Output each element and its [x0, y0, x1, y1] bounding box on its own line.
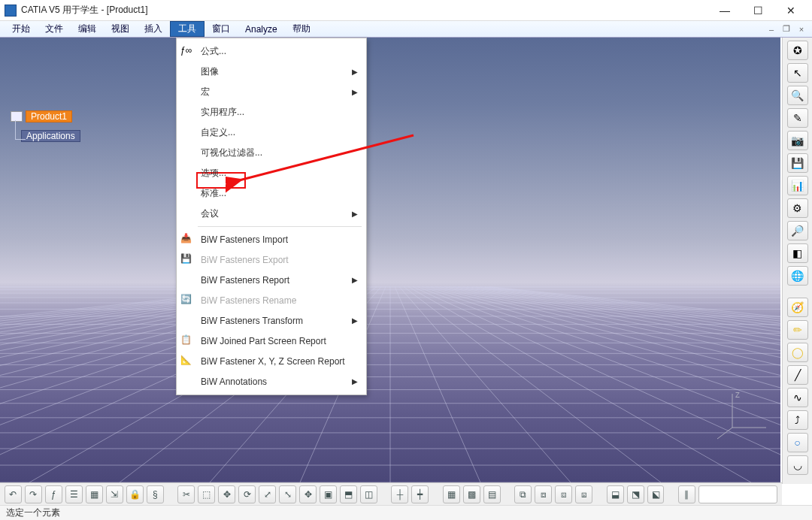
viewport-3d[interactable]: Product1 Applications z	[0, 38, 780, 482]
grid3-button[interactable]: ▤	[483, 485, 501, 503]
grid1-button[interactable]: ▦	[443, 485, 460, 503]
brush-button[interactable]: ✎	[787, 108, 808, 128]
menu-item-biw-fastener-x-y-z-screen-report[interactable]: 📐BiW Fastener X, Y, Z Screen Report	[177, 351, 366, 371]
script-button[interactable]: §	[147, 485, 164, 503]
m2-button[interactable]: ⬔	[627, 485, 644, 503]
menu-item-biw-fasteners-transform[interactable]: BiW Fasteners Transform▶	[177, 310, 366, 331]
curve-button[interactable]: ⤴	[787, 410, 808, 430]
tree-connector	[15, 120, 26, 140]
save-button[interactable]: 💾	[787, 153, 808, 173]
cube-button[interactable]: ◧	[787, 243, 808, 263]
sym3-button[interactable]: ⧇	[555, 485, 572, 503]
compass-button[interactable]: 🧭	[787, 298, 808, 317]
menu-item--[interactable]: 可视化过滤器...	[177, 143, 366, 163]
menu-帮助[interactable]: 帮助	[285, 21, 318, 37]
jsr-icon: 📋	[180, 334, 194, 348]
menu-视图[interactable]: 视图	[104, 21, 137, 37]
menu-item-label: BiW Fasteners Export	[198, 255, 360, 265]
normal-button[interactable]: ⬒	[340, 485, 357, 503]
tree-child-row[interactable]: Applications	[21, 129, 80, 143]
toolbar-field[interactable]	[698, 485, 777, 503]
undo-button[interactable]: ↶	[5, 485, 22, 503]
mdi-controls: – ❐ ×	[765, 21, 807, 37]
menu-item-label: 实用程序...	[198, 106, 360, 119]
menu-item-label: 会议	[198, 207, 350, 220]
chart-button[interactable]: 📊	[787, 176, 808, 195]
pan-button[interactable]: ✥	[299, 485, 317, 503]
maximize-button[interactable]: ☐	[741, 2, 774, 20]
m1-button[interactable]: ⬓	[607, 485, 624, 503]
layers-button[interactable]: ☰	[65, 485, 83, 503]
close-button[interactable]: ✕	[774, 2, 807, 20]
menu-item-biw-fasteners-import[interactable]: 📥BiW Fasteners Import	[177, 229, 366, 249]
sym1-button[interactable]: ⧉	[514, 485, 532, 503]
window-title: CATIA V5 用于学生 - [Product1]	[21, 4, 708, 17]
fit-button[interactable]: ▣	[320, 485, 337, 503]
cursor-button[interactable]: ↖	[787, 63, 808, 83]
spline-button[interactable]: ∿	[787, 388, 808, 407]
menu-item--[interactable]: 选项...	[177, 163, 366, 183]
view-button[interactable]: 🔍	[787, 86, 808, 105]
menu-item--[interactable]: 实用程序...	[177, 102, 366, 122]
menu-item--[interactable]: ƒ∞公式...	[177, 41, 366, 62]
menu-开始[interactable]: 开始	[5, 21, 38, 37]
menu-文件[interactable]: 文件	[38, 21, 71, 37]
minimize-button[interactable]: —	[708, 2, 741, 20]
select-button[interactable]: ⬚	[198, 485, 215, 503]
move-button[interactable]: ✥	[218, 485, 235, 503]
menu-item--[interactable]: 宏▶	[177, 82, 366, 102]
fx-button[interactable]: ƒ	[45, 485, 62, 503]
arc-button[interactable]: ◡	[787, 455, 808, 475]
menu-编辑[interactable]: 编辑	[71, 21, 104, 37]
link-button[interactable]: ⇲	[106, 485, 123, 503]
zoom-button[interactable]: ⤢	[259, 485, 276, 503]
right-toolbar: ✪↖🔍✎📷💾📊⚙🔎◧🌐🧭✏◯╱∿⤴○◡	[782, 38, 812, 484]
catia-button[interactable]: ✪	[787, 41, 808, 60]
mdi-minimize[interactable]: –	[765, 25, 777, 34]
end-button[interactable]: ∥	[678, 485, 695, 503]
submenu-arrow-icon: ▶	[350, 68, 360, 76]
lock-button[interactable]: 🔒	[126, 485, 144, 503]
zoom2-button[interactable]: ⤡	[279, 485, 296, 503]
circle-o-button[interactable]: ○	[787, 433, 808, 452]
axis-button[interactable]: ┼	[391, 485, 408, 503]
toolbar-spacer	[432, 485, 439, 503]
menu-item-biw-annotations[interactable]: BiW Annotations▶	[177, 371, 366, 392]
circle-y-button[interactable]: ◯	[787, 343, 808, 362]
menu-item-biw-fasteners-report[interactable]: BiW Fasteners Report▶	[177, 270, 366, 290]
search-button[interactable]: 🔎	[787, 221, 808, 240]
menu-item-label: BiW Fasteners Transform	[198, 316, 350, 326]
sheet-button[interactable]: ▦	[86, 485, 103, 503]
menu-item--[interactable]: 自定义...	[177, 122, 366, 143]
menu-item--[interactable]: 图像▶	[177, 62, 366, 82]
menu-item--[interactable]: 会议▶	[177, 204, 366, 224]
menu-窗口[interactable]: 窗口	[205, 21, 238, 37]
menu-插入[interactable]: 插入	[137, 21, 170, 37]
tree-child-label: Applications	[21, 130, 80, 142]
highlighter-button[interactable]: ✏	[787, 320, 808, 340]
globe-button[interactable]: 🌐	[787, 266, 808, 286]
cut-button[interactable]: ✂	[177, 485, 195, 503]
grid2-button[interactable]: ▩	[463, 485, 480, 503]
viewport-frame: Product1 Applications z	[0, 38, 782, 482]
rotate-button[interactable]: ⟳	[238, 485, 256, 503]
camera-button[interactable]: 📷	[787, 131, 808, 150]
menu-工具[interactable]: 工具	[170, 21, 205, 37]
m3-button[interactable]: ⬕	[647, 485, 665, 503]
redo-button[interactable]: ↷	[25, 485, 42, 503]
mdi-restore[interactable]: ❐	[780, 24, 792, 34]
title-bar: CATIA V5 用于学生 - [Product1] — ☐ ✕	[0, 0, 812, 21]
menu-analyze[interactable]: Analyze	[238, 21, 285, 37]
gear-button[interactable]: ⚙	[787, 198, 808, 218]
ref-button[interactable]: ┿	[411, 485, 429, 503]
box-button[interactable]: ◫	[360, 485, 377, 503]
menu-item-biw-joined-part-screen-report[interactable]: 📋BiW Joined Part Screen Report	[177, 331, 366, 351]
menu-item-label: 图像	[198, 65, 350, 78]
submenu-arrow-icon: ▶	[350, 316, 360, 325]
mdi-close[interactable]: ×	[795, 25, 807, 34]
sym4-button[interactable]: ⧆	[575, 485, 592, 503]
menu-item-label: BiW Fastener X, Y, Z Screen Report	[198, 356, 360, 367]
sym2-button[interactable]: ⧈	[535, 485, 552, 503]
menu-item--[interactable]: 标准...	[177, 183, 366, 204]
line-button[interactable]: ╱	[787, 365, 808, 385]
